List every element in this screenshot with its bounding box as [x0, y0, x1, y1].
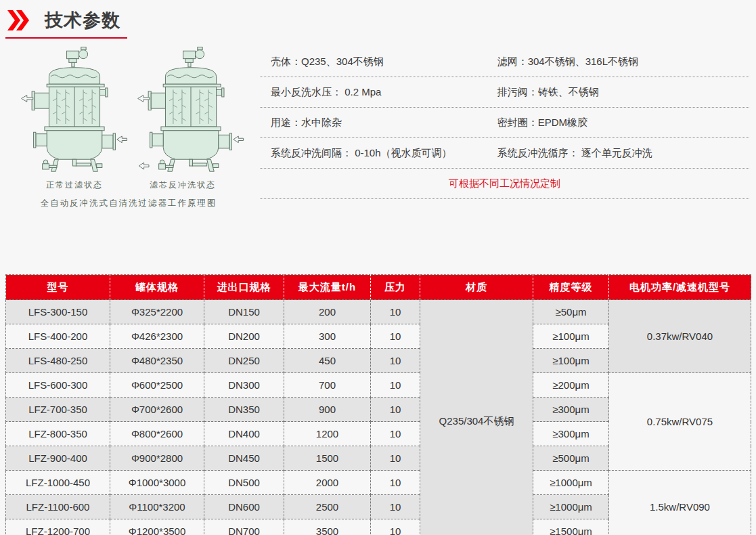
- cell-pressure: 10: [371, 422, 420, 446]
- cell-flow: 200: [284, 300, 371, 324]
- col-header-port-spec: 进出口规格: [204, 275, 284, 300]
- cell-pressure: 10: [371, 398, 420, 422]
- section-header: 技术参数: [0, 0, 756, 33]
- cell-port: DN350: [204, 398, 284, 422]
- cell-port: DN700: [204, 519, 284, 535]
- cell-flow: 1500: [284, 446, 371, 471]
- cell-pressure: 10: [371, 519, 420, 535]
- cell-tank: Φ426*2300: [110, 324, 204, 349]
- cell-pressure: 10: [371, 349, 420, 373]
- cell-model: LFZ-800-350: [6, 422, 110, 446]
- principle-diagram: 正常过滤状态 滤芯反冲洗状态 全自动反冲洗式自清洗过滤器工作原理图: [0, 41, 257, 246]
- cell-model: LFZ-900-400: [6, 446, 110, 471]
- col-header-max-flow: 最大流量t/h: [284, 275, 371, 300]
- cell-model: LFS-300-150: [6, 300, 110, 324]
- cell-precision: ≥1000μm: [533, 495, 609, 519]
- spec-row-pressure-valve: 最小反洗水压： 0.2 Mpa 排污阀：铸铁、不锈钢: [260, 77, 749, 108]
- spec-row-interval-sequence: 系统反冲洗间隔： 0-10h（视水质可调） 系统反冲洗循序： 逐个单元反冲洗: [260, 138, 749, 169]
- spec-row-usage-seal: 用途：水中除杂 密封圈：EPDM橡胶: [260, 108, 749, 138]
- filter-vessel-backwash-diagram: [137, 44, 245, 177]
- cell-flow: 2500: [284, 495, 371, 519]
- cell-port: DN600: [204, 495, 284, 519]
- filter-vessel-normal-diagram: [20, 44, 129, 177]
- motor-merged-cell-2: 0.75kw/RV075: [609, 373, 751, 471]
- customization-note: 可根据不同工况情况定制: [260, 169, 749, 199]
- content-row: 正常过滤状态 滤芯反冲洗状态 全自动反冲洗式自清洗过滤器工作原理图 壳体：Q23…: [0, 41, 756, 246]
- spec-drain-valve: 排污阀：铸铁、不锈钢: [497, 86, 749, 99]
- spec-seal-ring: 密封圈：EPDM橡胶: [497, 116, 749, 129]
- col-header-motor: 电机功率/减速机型号: [609, 275, 751, 300]
- table-row: LFS-600-300 Φ600*2500 DN300 700 10 ≥200μ…: [6, 373, 751, 398]
- cell-port: DN300: [204, 373, 284, 398]
- spec-row-shell-mesh: 壳体：Q235、304不锈钢 滤网：304不锈钢、316L不锈钢: [260, 47, 749, 77]
- table-header: 型号 罐体规格 进出口规格 最大流量t/h 压力 材质 精度等级 电机功率/减速…: [6, 275, 751, 300]
- cell-model: LFZ-700-350: [6, 398, 110, 422]
- motor-merged-cell-1: 0.37kw/RV040: [609, 300, 751, 373]
- cell-pressure: 10: [371, 324, 420, 349]
- spec-mesh: 滤网：304不锈钢、316L不锈钢: [497, 56, 749, 68]
- cell-precision: ≥1500μm: [533, 519, 609, 535]
- cell-tank: Φ325*2200: [110, 300, 204, 324]
- cell-precision: ≥300μm: [533, 398, 609, 422]
- cell-pressure: 10: [371, 471, 420, 495]
- page-title: 技术参数: [45, 8, 120, 33]
- col-header-pressure: 压力: [371, 275, 420, 300]
- cell-pressure: 10: [371, 495, 420, 519]
- col-header-precision: 精度等级: [533, 275, 609, 300]
- col-header-model: 型号: [6, 275, 110, 300]
- double-chevron-icon: [7, 10, 34, 30]
- cell-flow: 1200: [284, 422, 371, 446]
- cell-model: LFZ-1100-600: [6, 495, 110, 519]
- cell-precision: ≥50μm: [533, 300, 609, 324]
- cell-precision: ≥500μm: [533, 446, 609, 471]
- cell-tank: Φ700*2600: [110, 398, 204, 422]
- spec-backwash-sequence: 系统反冲洗循序： 逐个单元反冲洗: [497, 147, 749, 160]
- cell-port: DN150: [204, 300, 284, 324]
- caption-backwash-state: 滤芯反冲洗状态: [129, 179, 237, 191]
- spec-backwash-pressure: 最小反洗水压： 0.2 Mpa: [260, 86, 497, 99]
- col-header-tank-spec: 罐体规格: [110, 275, 204, 300]
- cell-port: DN500: [204, 471, 284, 495]
- cell-model: LFZ-1000-450: [6, 471, 110, 495]
- cell-precision: ≥100μm: [533, 349, 609, 373]
- cell-flow: 2000: [284, 471, 371, 495]
- cell-port: DN400: [204, 422, 284, 446]
- cell-port: DN250: [204, 349, 284, 373]
- cell-port: DN450: [204, 446, 284, 471]
- motor-merged-cell-3: 1.5kw/RV090: [609, 471, 751, 535]
- cell-model: LFS-480-250: [6, 349, 110, 373]
- cell-model: LFZ-1200-700: [6, 519, 110, 535]
- cell-pressure: 10: [371, 446, 420, 471]
- cell-model: LFS-400-200: [6, 324, 110, 349]
- cell-port: DN200: [204, 324, 284, 349]
- col-header-material: 材质: [420, 275, 533, 300]
- cell-pressure: 10: [371, 373, 420, 398]
- cell-tank: Φ1100*3200: [110, 495, 204, 519]
- cell-precision: ≥300μm: [533, 422, 609, 446]
- title-underline: [5, 37, 127, 39]
- cell-tank: Φ900*2800: [110, 446, 204, 471]
- vessel-drawings: [0, 44, 257, 177]
- spec-usage: 用途：水中除杂: [260, 116, 497, 129]
- cell-tank: Φ800*2600: [110, 422, 204, 446]
- spec-shell: 壳体：Q235、304不锈钢: [260, 56, 497, 68]
- table-row: LFZ-1000-450 Φ1000*3000 DN500 2000 10 ≥1…: [6, 471, 751, 495]
- parameters-table: 型号 罐体规格 进出口规格 最大流量t/h 压力 材质 精度等级 电机功率/减速…: [5, 274, 751, 535]
- diagram-title: 全自动反冲洗式自清洗过滤器工作原理图: [0, 198, 257, 209]
- table-row: LFS-300-150 Φ325*2200 DN150 200 10 Q235/…: [6, 300, 751, 324]
- spec-backwash-interval: 系统反冲洗间隔： 0-10h（视水质可调）: [260, 147, 497, 160]
- cell-pressure: 10: [371, 300, 420, 324]
- cell-tank: Φ480*2350: [110, 349, 204, 373]
- cell-precision: ≥200μm: [533, 373, 609, 398]
- cell-flow: 700: [284, 373, 371, 398]
- spec-list: 壳体：Q235、304不锈钢 滤网：304不锈钢、316L不锈钢 最小反洗水压：…: [257, 47, 756, 246]
- material-merged-cell: Q235/304不锈钢: [420, 300, 533, 535]
- cell-precision: ≥1000μm: [533, 471, 609, 495]
- cell-tank: Φ600*2500: [110, 373, 204, 398]
- cell-tank: Φ1200*3500: [110, 519, 204, 535]
- caption-normal-state: 正常过滤状态: [20, 179, 129, 191]
- cell-model: LFS-600-300: [6, 373, 110, 398]
- cell-flow: 900: [284, 398, 371, 422]
- cell-flow: 3500: [284, 519, 371, 535]
- cell-flow: 450: [284, 349, 371, 373]
